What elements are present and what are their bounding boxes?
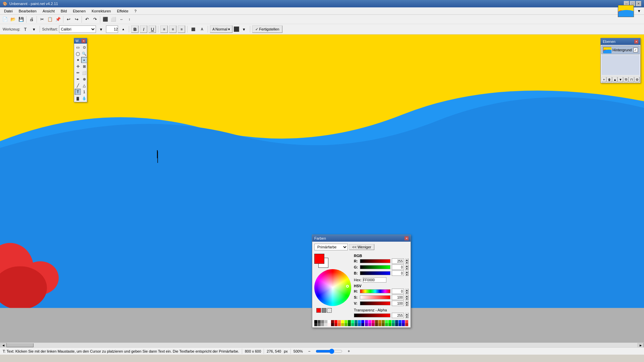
layer-add[interactable]: + bbox=[601, 77, 606, 82]
palette-color[interactable] bbox=[392, 323, 395, 326]
g-input[interactable] bbox=[392, 264, 404, 270]
palette-color[interactable] bbox=[338, 323, 341, 326]
h-slider[interactable] bbox=[360, 289, 390, 293]
v-slider[interactable] bbox=[360, 301, 390, 305]
h-down[interactable]: ▼ bbox=[405, 291, 409, 294]
v-input[interactable] bbox=[392, 301, 404, 306]
palette-color[interactable] bbox=[351, 320, 354, 323]
tool-pencil[interactable]: ✒ bbox=[75, 76, 81, 82]
palette-color[interactable] bbox=[405, 320, 408, 323]
palette-color[interactable] bbox=[331, 323, 334, 326]
scroll-left[interactable]: ◀ bbox=[0, 343, 7, 348]
menu-datei[interactable]: Datei bbox=[1, 8, 15, 14]
palette-color[interactable] bbox=[358, 323, 361, 326]
align-left-button[interactable]: ≡ bbox=[160, 25, 168, 33]
palette-color[interactable] bbox=[398, 323, 401, 326]
text-anchor[interactable]: ⬛ bbox=[190, 25, 197, 33]
tool-ellipse[interactable]: ◯ bbox=[75, 51, 81, 57]
layer-down[interactable]: ▼ bbox=[618, 77, 623, 82]
palette-color[interactable] bbox=[334, 323, 337, 326]
paste-button[interactable]: 📌 bbox=[54, 16, 62, 23]
size-up[interactable]: ▲ bbox=[119, 25, 127, 33]
b-input[interactable] bbox=[392, 270, 404, 276]
alpha-up[interactable]: ▲ bbox=[405, 313, 409, 315]
menu-bearbeiten[interactable]: Bearbeiten bbox=[16, 8, 39, 14]
palette-color[interactable] bbox=[358, 320, 361, 323]
color-swatch-toolbar[interactable] bbox=[234, 26, 239, 32]
tool-select-rect[interactable]: ▭ bbox=[75, 44, 81, 50]
palette-color[interactable] bbox=[321, 323, 324, 326]
palette-color[interactable] bbox=[341, 320, 344, 323]
scroll-right[interactable]: ▶ bbox=[637, 343, 644, 348]
palette-color[interactable] bbox=[361, 320, 364, 323]
palette-color[interactable] bbox=[318, 320, 321, 323]
palette-color[interactable] bbox=[324, 320, 327, 323]
palette-color[interactable] bbox=[402, 323, 405, 326]
alpha-slider[interactable] bbox=[354, 313, 390, 317]
palette-color[interactable] bbox=[328, 320, 331, 323]
color-wheel-selector[interactable] bbox=[346, 285, 349, 288]
tool-move[interactable]: ✛ bbox=[75, 63, 81, 69]
save-button[interactable]: 💾 bbox=[17, 16, 25, 23]
primary-color-swatch[interactable] bbox=[314, 254, 324, 264]
palette-color[interactable] bbox=[365, 323, 368, 326]
palette-color[interactable] bbox=[365, 320, 368, 323]
rendering-dropdown[interactable]: A Normal ▾ bbox=[210, 25, 232, 33]
palette-color[interactable] bbox=[324, 323, 327, 326]
transparent-swatch[interactable] bbox=[327, 308, 332, 313]
tool-lasso[interactable]: ⊙ bbox=[81, 44, 87, 50]
palette-color[interactable] bbox=[331, 320, 334, 323]
palette-color[interactable] bbox=[382, 320, 385, 323]
menu-effekte[interactable]: Effekte bbox=[114, 8, 131, 14]
flip-h[interactable]: ↔ bbox=[118, 16, 125, 23]
new-button[interactable]: 📄 bbox=[1, 16, 9, 23]
palette-color[interactable] bbox=[361, 323, 364, 326]
palette-color[interactable] bbox=[395, 320, 398, 323]
palette-color[interactable] bbox=[388, 320, 391, 323]
font-dropdown[interactable]: ▾ bbox=[97, 25, 105, 33]
palette-color[interactable] bbox=[338, 320, 341, 323]
r-input[interactable] bbox=[392, 258, 404, 264]
layer-merge[interactable]: ⊓ bbox=[629, 77, 634, 82]
select-all[interactable]: ⬜ bbox=[110, 16, 117, 23]
tool-move-sel[interactable]: ⊞ bbox=[81, 63, 87, 69]
palette-color[interactable] bbox=[392, 320, 395, 323]
palette-color[interactable] bbox=[378, 320, 381, 323]
tool-fill[interactable]: ▪ bbox=[81, 57, 87, 63]
palette-color[interactable] bbox=[321, 320, 324, 323]
r-down[interactable]: ▼ bbox=[405, 261, 409, 264]
print-button[interactable]: 🖨 bbox=[28, 16, 35, 23]
tool-line[interactable]: ╱ bbox=[75, 82, 81, 88]
scroll-thumb[interactable] bbox=[7, 343, 34, 347]
tool-number[interactable]: 1 bbox=[81, 89, 87, 95]
menu-korrekturen[interactable]: Korrekturen bbox=[89, 8, 113, 14]
palette-color[interactable] bbox=[405, 323, 408, 326]
s-up[interactable]: ▲ bbox=[405, 295, 409, 297]
tool-dropdown[interactable]: ▾ bbox=[30, 25, 38, 33]
r-slider[interactable] bbox=[360, 259, 390, 263]
menu-ansicht[interactable]: Ansicht bbox=[40, 8, 57, 14]
palette-color[interactable] bbox=[382, 323, 385, 326]
palette-color[interactable] bbox=[351, 323, 354, 326]
palette-color[interactable] bbox=[314, 320, 317, 323]
secondary-mini-swatch[interactable] bbox=[322, 308, 326, 313]
palette-color[interactable] bbox=[318, 323, 321, 326]
s-input[interactable] bbox=[392, 295, 404, 300]
primary-secondary-select[interactable]: Primärfarbe bbox=[314, 244, 348, 250]
rotate-ccw[interactable]: ↷ bbox=[91, 16, 99, 23]
layer-duplicate[interactable]: ⧉ bbox=[624, 77, 629, 82]
dropdown-arrow[interactable]: ▾ bbox=[635, 7, 643, 15]
tool-clone[interactable]: ⊕ bbox=[81, 76, 87, 82]
flip-v[interactable]: ↕ bbox=[126, 16, 133, 23]
palette-color[interactable] bbox=[368, 323, 371, 326]
font-size-input[interactable] bbox=[106, 25, 118, 33]
align-center-button[interactable]: ≡ bbox=[169, 25, 176, 33]
less-button[interactable]: << Weniger bbox=[349, 244, 374, 250]
menu-help[interactable]: ? bbox=[132, 8, 139, 14]
layer-up[interactable]: ▲ bbox=[612, 77, 618, 82]
h-up[interactable]: ▲ bbox=[405, 289, 409, 291]
layers-close[interactable]: ✕ bbox=[634, 40, 638, 44]
tool-color-picker[interactable]: 💧 bbox=[81, 95, 87, 101]
hex-input[interactable] bbox=[363, 277, 386, 283]
primary-mini-swatch[interactable] bbox=[316, 308, 321, 313]
